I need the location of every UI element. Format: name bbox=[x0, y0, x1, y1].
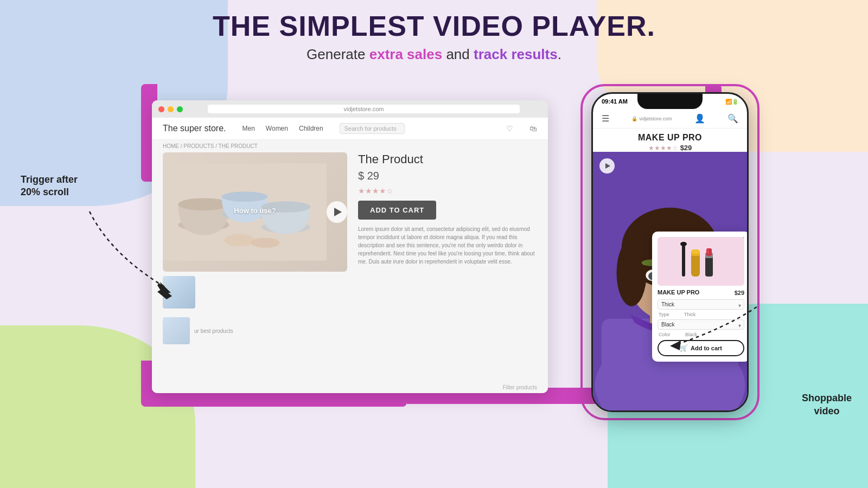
header: THE SIMPLEST VIDEO PLAYER. Generate extr… bbox=[0, 11, 868, 63]
annotation-left-subtitle: 20% scroll bbox=[21, 186, 78, 198]
svg-rect-24 bbox=[658, 239, 744, 285]
subtitle-middle: and bbox=[442, 46, 474, 62]
popup-title-price-row: MAKE UP PRO $29 bbox=[658, 289, 744, 297]
hamburger-icon[interactable]: ☰ bbox=[602, 113, 609, 124]
thumbnail-row bbox=[163, 276, 347, 309]
subtitle-accent2: track results bbox=[474, 46, 558, 62]
store-logo: The super store. bbox=[163, 124, 226, 133]
product-area: How to use? ur best products The Produ bbox=[152, 152, 548, 382]
search-box[interactable]: Search for products bbox=[340, 123, 405, 134]
product-description: Lorem ipsum dolor sit amet, consectetur … bbox=[358, 225, 537, 266]
svg-marker-37 bbox=[670, 341, 681, 350]
phone-url: 🔒 vidjetstore.com bbox=[631, 116, 672, 121]
subtitle-suffix: . bbox=[558, 46, 561, 62]
svg-point-4 bbox=[222, 191, 268, 202]
wishlist-icon[interactable]: ♡ bbox=[506, 124, 513, 133]
add-to-cart-button[interactable]: ADD TO CART bbox=[358, 201, 436, 220]
nav-men[interactable]: Men bbox=[242, 125, 255, 132]
play-button[interactable] bbox=[327, 201, 347, 223]
arrow-left bbox=[79, 211, 187, 311]
phone-nav: ☰ 🔒 vidjetstore.com 👤 🔍 bbox=[593, 109, 747, 129]
svg-point-2 bbox=[178, 198, 229, 211]
featured-thumb[interactable] bbox=[163, 317, 190, 344]
annotation-left-title: Trigger after bbox=[21, 174, 78, 186]
dashed-arrow-left-svg bbox=[79, 211, 187, 309]
person-icon[interactable]: 👤 bbox=[694, 113, 705, 124]
subtitle: Generate extra sales and track results. bbox=[0, 46, 868, 63]
store-nav: The super store. Men Women Children Sear… bbox=[152, 118, 548, 140]
dashed-arrow-right-svg bbox=[659, 301, 768, 367]
svg-rect-25 bbox=[682, 244, 685, 277]
svg-marker-36 bbox=[157, 288, 172, 299]
store-main: HOME / PRODUCTS / THE PRODUCT bbox=[152, 140, 548, 382]
phone-product-name: MAKE UP PRO bbox=[593, 129, 747, 144]
phone-play-triangle bbox=[605, 163, 610, 169]
phone-video-area[interactable]: ✕ bbox=[593, 152, 747, 410]
phone-play-button[interactable] bbox=[599, 158, 615, 174]
svg-rect-33 bbox=[707, 249, 709, 254]
popup-product-price: $29 bbox=[735, 290, 744, 296]
browser-dot-yellow[interactable] bbox=[168, 106, 174, 112]
nav-women[interactable]: Women bbox=[266, 125, 288, 132]
stars-display: ★★★★☆ bbox=[648, 144, 678, 152]
featured-label: ur best products bbox=[194, 328, 233, 334]
nav-links: Men Women Children bbox=[242, 125, 323, 132]
svg-rect-29 bbox=[692, 249, 699, 254]
phone-time: 09:41 AM bbox=[602, 98, 628, 105]
nav-search-area: Search for products bbox=[340, 123, 490, 134]
annotation-right-title: Shoppable bbox=[802, 392, 852, 404]
play-triangle bbox=[334, 208, 342, 216]
subtitle-prefix: Generate bbox=[307, 46, 369, 62]
phone-product-stars: ★★★★☆ $29 bbox=[593, 144, 747, 152]
filter-bar: Filter products bbox=[152, 382, 548, 393]
product-info: The Product $ 29 ★★★★☆ ADD TO CART Lorem… bbox=[358, 152, 537, 376]
browser-dot-green[interactable] bbox=[177, 106, 183, 112]
nav-children[interactable]: Children bbox=[299, 125, 323, 132]
subtitle-accent1: extra sales bbox=[369, 46, 442, 62]
product-video-thumbnail[interactable]: How to use? bbox=[163, 152, 347, 272]
desktop-browser-mockup: vidjetstore.com The super store. Men Wom… bbox=[152, 100, 548, 393]
url-text: vidjetstore.com bbox=[639, 116, 672, 121]
browser-dot-red[interactable] bbox=[158, 106, 164, 112]
cart-icon-nav[interactable]: 🛍 bbox=[529, 124, 537, 133]
annotation-left: Trigger after 20% scroll bbox=[21, 174, 78, 199]
breadcrumb: HOME / PRODUCTS / THE PRODUCT bbox=[152, 140, 548, 152]
annotation-right-subtitle: video bbox=[802, 405, 852, 418]
browser-url: vidjetstore.com bbox=[208, 105, 520, 113]
arrow-right bbox=[659, 301, 768, 369]
filter-label[interactable]: Filter products bbox=[503, 384, 537, 390]
svg-point-15 bbox=[617, 240, 647, 306]
svg-point-7 bbox=[224, 234, 255, 247]
product-images: How to use? ur best products bbox=[163, 152, 347, 376]
makeup-product-svg bbox=[658, 239, 744, 285]
annotation-right: Shoppable video bbox=[802, 392, 852, 418]
video-label: How to use? bbox=[234, 207, 276, 215]
phone-notch bbox=[637, 94, 703, 109]
product-title: The Product bbox=[358, 152, 537, 166]
lock-icon: 🔒 bbox=[631, 116, 637, 121]
popup-product-image bbox=[658, 237, 744, 286]
svg-point-8 bbox=[251, 237, 279, 248]
browser-content: The super store. Men Women Children Sear… bbox=[152, 118, 548, 393]
browser-bar: vidjetstore.com bbox=[152, 100, 548, 118]
main-title: THE SIMPLEST VIDEO PLAYER. bbox=[0, 11, 868, 42]
product-price: $ 29 bbox=[358, 170, 537, 182]
phone-icons: 📶🔋 bbox=[725, 99, 738, 105]
search-icon[interactable]: 🔍 bbox=[727, 113, 738, 124]
popup-product-title: MAKE UP PRO bbox=[658, 289, 699, 296]
phone-product-price: $29 bbox=[680, 144, 692, 152]
product-stars: ★★★★☆ bbox=[358, 187, 537, 195]
svg-point-26 bbox=[680, 242, 687, 246]
